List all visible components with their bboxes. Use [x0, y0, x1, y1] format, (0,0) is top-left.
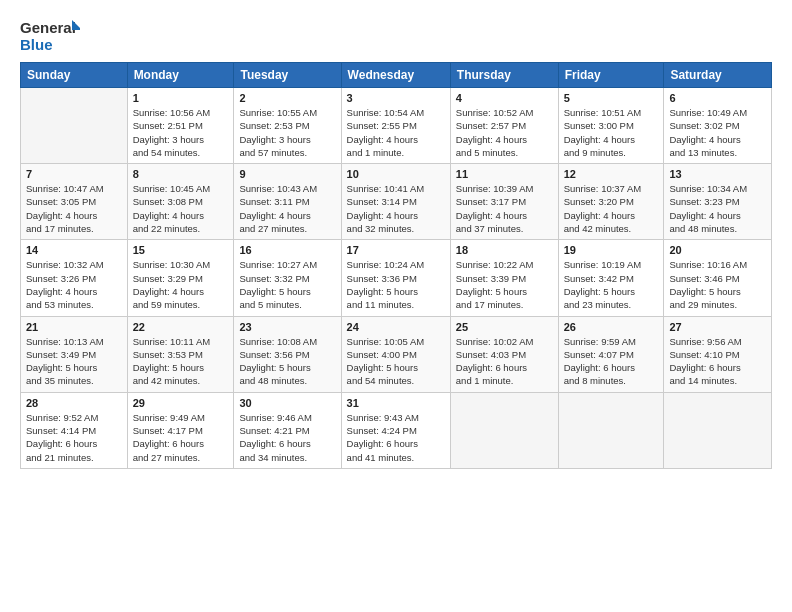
- day-number: 5: [564, 92, 659, 104]
- day-info: Sunrise: 10:55 AMSunset: 2:53 PMDaylight…: [239, 106, 335, 159]
- calendar-cell: 19Sunrise: 10:19 AMSunset: 3:42 PMDaylig…: [558, 240, 664, 316]
- calendar-cell: 29Sunrise: 9:49 AMSunset: 4:17 PMDayligh…: [127, 392, 234, 468]
- calendar-cell: 24Sunrise: 10:05 AMSunset: 4:00 PMDaylig…: [341, 316, 450, 392]
- day-number: 8: [133, 168, 229, 180]
- day-info: Sunrise: 10:37 AMSunset: 3:20 PMDaylight…: [564, 182, 659, 235]
- day-info: Sunrise: 10:11 AMSunset: 3:53 PMDaylight…: [133, 335, 229, 388]
- day-number: 6: [669, 92, 766, 104]
- calendar-cell: 6Sunrise: 10:49 AMSunset: 3:02 PMDayligh…: [664, 88, 772, 164]
- svg-text:Blue: Blue: [20, 36, 53, 53]
- calendar-cell: 25Sunrise: 10:02 AMSunset: 4:03 PMDaylig…: [450, 316, 558, 392]
- col-header-friday: Friday: [558, 63, 664, 88]
- calendar-cell: [664, 392, 772, 468]
- day-info: Sunrise: 10:41 AMSunset: 3:14 PMDaylight…: [347, 182, 445, 235]
- day-number: 31: [347, 397, 445, 409]
- calendar-cell: [558, 392, 664, 468]
- day-info: Sunrise: 10:30 AMSunset: 3:29 PMDaylight…: [133, 258, 229, 311]
- day-number: 11: [456, 168, 553, 180]
- calendar-cell: 9Sunrise: 10:43 AMSunset: 3:11 PMDayligh…: [234, 164, 341, 240]
- col-header-monday: Monday: [127, 63, 234, 88]
- calendar-cell: 21Sunrise: 10:13 AMSunset: 3:49 PMDaylig…: [21, 316, 128, 392]
- header: General Blue: [20, 18, 772, 54]
- col-header-wednesday: Wednesday: [341, 63, 450, 88]
- calendar-table: SundayMondayTuesdayWednesdayThursdayFrid…: [20, 62, 772, 469]
- day-info: Sunrise: 10:51 AMSunset: 3:00 PMDaylight…: [564, 106, 659, 159]
- day-number: 9: [239, 168, 335, 180]
- day-info: Sunrise: 9:52 AMSunset: 4:14 PMDaylight:…: [26, 411, 122, 464]
- logo: General Blue: [20, 18, 80, 54]
- day-info: Sunrise: 10:54 AMSunset: 2:55 PMDaylight…: [347, 106, 445, 159]
- calendar-cell: 28Sunrise: 9:52 AMSunset: 4:14 PMDayligh…: [21, 392, 128, 468]
- calendar-cell: 1Sunrise: 10:56 AMSunset: 2:51 PMDayligh…: [127, 88, 234, 164]
- day-number: 19: [564, 244, 659, 256]
- day-number: 15: [133, 244, 229, 256]
- calendar-cell: 30Sunrise: 9:46 AMSunset: 4:21 PMDayligh…: [234, 392, 341, 468]
- day-info: Sunrise: 10:49 AMSunset: 3:02 PMDaylight…: [669, 106, 766, 159]
- day-number: 1: [133, 92, 229, 104]
- calendar-cell: 8Sunrise: 10:45 AMSunset: 3:08 PMDayligh…: [127, 164, 234, 240]
- day-info: Sunrise: 10:05 AMSunset: 4:00 PMDaylight…: [347, 335, 445, 388]
- calendar-week-4: 21Sunrise: 10:13 AMSunset: 3:49 PMDaylig…: [21, 316, 772, 392]
- day-number: 20: [669, 244, 766, 256]
- calendar-cell: 2Sunrise: 10:55 AMSunset: 2:53 PMDayligh…: [234, 88, 341, 164]
- calendar-cell: [21, 88, 128, 164]
- day-number: 14: [26, 244, 122, 256]
- calendar-cell: 27Sunrise: 9:56 AMSunset: 4:10 PMDayligh…: [664, 316, 772, 392]
- day-info: Sunrise: 9:59 AMSunset: 4:07 PMDaylight:…: [564, 335, 659, 388]
- calendar-cell: 31Sunrise: 9:43 AMSunset: 4:24 PMDayligh…: [341, 392, 450, 468]
- day-number: 21: [26, 321, 122, 333]
- calendar-cell: 26Sunrise: 9:59 AMSunset: 4:07 PMDayligh…: [558, 316, 664, 392]
- day-info: Sunrise: 10:32 AMSunset: 3:26 PMDaylight…: [26, 258, 122, 311]
- svg-text:General: General: [20, 19, 76, 36]
- day-info: Sunrise: 10:43 AMSunset: 3:11 PMDaylight…: [239, 182, 335, 235]
- day-number: 3: [347, 92, 445, 104]
- day-info: Sunrise: 10:24 AMSunset: 3:36 PMDaylight…: [347, 258, 445, 311]
- day-number: 25: [456, 321, 553, 333]
- day-info: Sunrise: 9:46 AMSunset: 4:21 PMDaylight:…: [239, 411, 335, 464]
- col-header-thursday: Thursday: [450, 63, 558, 88]
- calendar-cell: [450, 392, 558, 468]
- calendar-cell: 13Sunrise: 10:34 AMSunset: 3:23 PMDaylig…: [664, 164, 772, 240]
- calendar-header-row: SundayMondayTuesdayWednesdayThursdayFrid…: [21, 63, 772, 88]
- day-info: Sunrise: 10:22 AMSunset: 3:39 PMDaylight…: [456, 258, 553, 311]
- day-number: 4: [456, 92, 553, 104]
- day-number: 12: [564, 168, 659, 180]
- day-number: 23: [239, 321, 335, 333]
- calendar-cell: 23Sunrise: 10:08 AMSunset: 3:56 PMDaylig…: [234, 316, 341, 392]
- calendar-week-3: 14Sunrise: 10:32 AMSunset: 3:26 PMDaylig…: [21, 240, 772, 316]
- calendar-cell: 10Sunrise: 10:41 AMSunset: 3:14 PMDaylig…: [341, 164, 450, 240]
- page: General Blue SundayMondayTuesdayWednesda…: [0, 0, 792, 612]
- day-info: Sunrise: 9:49 AMSunset: 4:17 PMDaylight:…: [133, 411, 229, 464]
- day-info: Sunrise: 10:34 AMSunset: 3:23 PMDaylight…: [669, 182, 766, 235]
- calendar-cell: 12Sunrise: 10:37 AMSunset: 3:20 PMDaylig…: [558, 164, 664, 240]
- svg-marker-2: [72, 20, 80, 30]
- calendar-cell: 18Sunrise: 10:22 AMSunset: 3:39 PMDaylig…: [450, 240, 558, 316]
- day-info: Sunrise: 9:56 AMSunset: 4:10 PMDaylight:…: [669, 335, 766, 388]
- col-header-tuesday: Tuesday: [234, 63, 341, 88]
- day-info: Sunrise: 10:13 AMSunset: 3:49 PMDaylight…: [26, 335, 122, 388]
- calendar-cell: 7Sunrise: 10:47 AMSunset: 3:05 PMDayligh…: [21, 164, 128, 240]
- day-number: 22: [133, 321, 229, 333]
- col-header-sunday: Sunday: [21, 63, 128, 88]
- day-number: 18: [456, 244, 553, 256]
- day-info: Sunrise: 10:16 AMSunset: 3:46 PMDaylight…: [669, 258, 766, 311]
- calendar-cell: 5Sunrise: 10:51 AMSunset: 3:00 PMDayligh…: [558, 88, 664, 164]
- day-info: Sunrise: 10:02 AMSunset: 4:03 PMDaylight…: [456, 335, 553, 388]
- calendar-cell: 3Sunrise: 10:54 AMSunset: 2:55 PMDayligh…: [341, 88, 450, 164]
- day-info: Sunrise: 10:39 AMSunset: 3:17 PMDaylight…: [456, 182, 553, 235]
- day-number: 29: [133, 397, 229, 409]
- day-info: Sunrise: 10:52 AMSunset: 2:57 PMDaylight…: [456, 106, 553, 159]
- day-number: 7: [26, 168, 122, 180]
- day-info: Sunrise: 10:47 AMSunset: 3:05 PMDaylight…: [26, 182, 122, 235]
- day-info: Sunrise: 9:43 AMSunset: 4:24 PMDaylight:…: [347, 411, 445, 464]
- calendar-cell: 14Sunrise: 10:32 AMSunset: 3:26 PMDaylig…: [21, 240, 128, 316]
- day-number: 13: [669, 168, 766, 180]
- day-info: Sunrise: 10:19 AMSunset: 3:42 PMDaylight…: [564, 258, 659, 311]
- day-info: Sunrise: 10:56 AMSunset: 2:51 PMDaylight…: [133, 106, 229, 159]
- day-info: Sunrise: 10:08 AMSunset: 3:56 PMDaylight…: [239, 335, 335, 388]
- calendar-cell: 20Sunrise: 10:16 AMSunset: 3:46 PMDaylig…: [664, 240, 772, 316]
- day-number: 27: [669, 321, 766, 333]
- day-number: 17: [347, 244, 445, 256]
- day-number: 28: [26, 397, 122, 409]
- calendar-week-2: 7Sunrise: 10:47 AMSunset: 3:05 PMDayligh…: [21, 164, 772, 240]
